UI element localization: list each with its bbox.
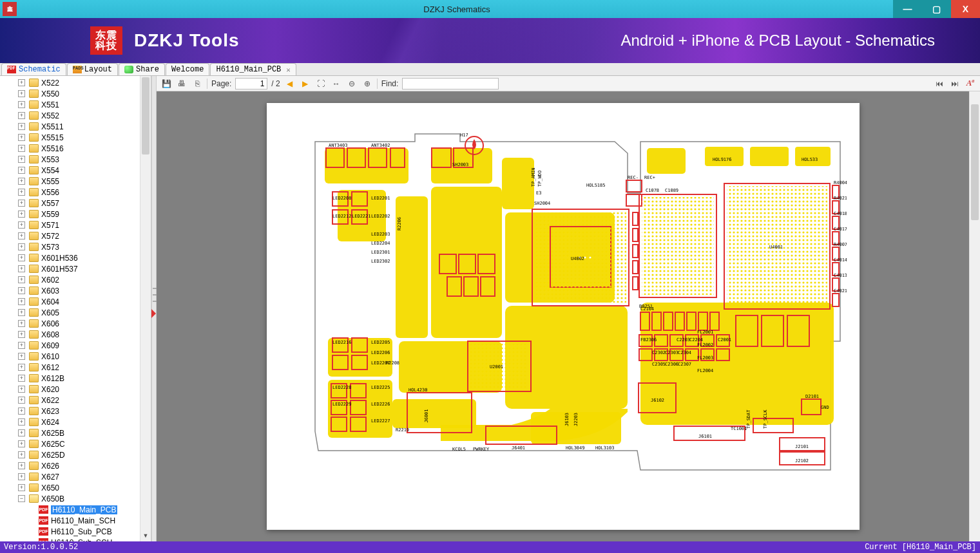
expand-icon[interactable] xyxy=(18,265,25,272)
close-button[interactable]: X xyxy=(951,0,980,18)
tree-folder[interactable]: X554 xyxy=(0,165,151,176)
fit-page-button[interactable]: ⛶ xyxy=(315,78,327,89)
pcb-layout[interactable]: H17 SH2003 SH2004 U4002 U2001 U4001 HOL5… xyxy=(280,122,847,496)
tree-folder[interactable]: X627 xyxy=(0,471,151,482)
tree-folder-open[interactable]: X650B xyxy=(0,493,151,504)
tree-folder[interactable]: X620 xyxy=(0,384,151,395)
tree-folder[interactable]: X522 xyxy=(0,77,151,88)
splitter[interactable] xyxy=(151,76,157,541)
tree-folder[interactable]: X5511 xyxy=(0,121,151,132)
expand-icon[interactable] xyxy=(18,112,25,119)
tree-folder[interactable]: X624 xyxy=(0,417,151,427)
font-size-button[interactable]: Aa xyxy=(965,78,976,89)
tree-file[interactable]: PDFH6110_Sub_SCH xyxy=(0,537,151,541)
expand-icon[interactable] xyxy=(18,440,25,447)
expand-icon[interactable] xyxy=(18,331,25,338)
tree-folder[interactable]: X623 xyxy=(0,406,151,417)
tree-file[interactable]: PDFH6110_Sub_PCB xyxy=(0,526,151,537)
tree-folder[interactable]: X572 xyxy=(0,230,151,241)
expand-icon[interactable] xyxy=(18,101,25,108)
tab-share[interactable]: Share xyxy=(119,63,165,75)
page-number-input[interactable] xyxy=(235,78,267,89)
expand-icon[interactable] xyxy=(18,473,25,480)
scrollbar-thumb[interactable] xyxy=(142,77,149,155)
expand-icon[interactable] xyxy=(18,156,25,163)
expand-icon[interactable] xyxy=(18,178,25,185)
tree-folder[interactable]: X559 xyxy=(0,209,151,220)
tree-folder[interactable]: X5515 xyxy=(0,132,151,143)
prev-page-button[interactable]: ◀ xyxy=(284,78,296,89)
tree-folder[interactable]: X604 xyxy=(0,296,151,307)
viewer-scrollbar-thumb[interactable] xyxy=(971,104,979,220)
expand-icon[interactable] xyxy=(18,189,25,196)
tree-folder[interactable]: X625D xyxy=(0,449,151,460)
fit-width-button[interactable]: ↔ xyxy=(331,78,342,89)
find-input[interactable] xyxy=(402,78,499,89)
maximize-button[interactable]: ▢ xyxy=(922,0,951,18)
expand-icon[interactable] xyxy=(18,484,25,491)
expand-icon[interactable] xyxy=(18,386,25,393)
zoom-in-button[interactable]: ⊕ xyxy=(361,78,373,89)
tree-folder[interactable]: X5516 xyxy=(0,143,151,154)
tree-folder[interactable]: X601H536 xyxy=(0,252,151,263)
expand-icon[interactable] xyxy=(18,451,25,458)
scroll-down-icon[interactable]: ▼ xyxy=(140,530,151,541)
tree-folder[interactable]: X608 xyxy=(0,329,151,340)
find-next-button[interactable]: ⏭ xyxy=(949,78,961,89)
expand-icon[interactable] xyxy=(18,211,25,218)
expand-icon[interactable] xyxy=(18,353,25,360)
tree-folder[interactable]: X626 xyxy=(0,460,151,471)
find-prev-button[interactable]: ⏮ xyxy=(934,78,945,89)
save-button[interactable]: 💾 xyxy=(160,78,172,89)
tab-welcome[interactable]: Welcome xyxy=(166,63,209,75)
expand-icon[interactable] xyxy=(18,320,25,327)
tree-folder[interactable]: X605 xyxy=(0,307,151,318)
tree-file[interactable]: PDFH6110_Main_PCB xyxy=(0,504,151,515)
tree-folder[interactable]: X650 xyxy=(0,482,151,493)
expand-icon[interactable] xyxy=(18,221,25,229)
tree-folder[interactable]: X557 xyxy=(0,198,151,209)
expand-icon[interactable] xyxy=(18,298,25,305)
tree-folder[interactable]: X553 xyxy=(0,154,151,165)
expand-icon[interactable] xyxy=(18,309,25,316)
print-button[interactable]: 🖶 xyxy=(176,78,187,89)
expand-icon[interactable] xyxy=(18,276,25,283)
tab-current-document[interactable]: H6110_Main_PCB ✕ xyxy=(210,63,296,75)
expand-icon[interactable] xyxy=(18,134,25,141)
tree-folder[interactable]: X625C xyxy=(0,438,151,449)
zoom-out-button[interactable]: ⊖ xyxy=(346,78,358,89)
tree-folder[interactable]: X602 xyxy=(0,274,151,285)
expand-icon[interactable] xyxy=(18,287,25,294)
tree-folder[interactable]: X601H537 xyxy=(0,263,151,274)
expand-icon[interactable] xyxy=(18,418,25,426)
canvas-area[interactable]: H17 SH2003 SH2004 U4002 U2001 U4001 HOL5… xyxy=(157,91,969,541)
tab-schematic[interactable]: PDF Schematic xyxy=(1,63,66,75)
next-page-button[interactable]: ▶ xyxy=(300,78,311,89)
tree-folder[interactable]: X573 xyxy=(0,241,151,252)
expand-icon[interactable] xyxy=(18,408,25,415)
expand-icon[interactable] xyxy=(18,90,25,97)
tree-folder[interactable]: X610 xyxy=(0,351,151,362)
expand-icon[interactable] xyxy=(18,167,25,174)
sidebar-scrollbar[interactable]: ▲ ▼ xyxy=(140,76,151,541)
expand-icon[interactable] xyxy=(18,462,25,469)
expand-icon[interactable] xyxy=(18,364,25,371)
expand-icon[interactable] xyxy=(18,254,25,261)
tree-file[interactable]: PDFH6110_Main_SCH xyxy=(0,515,151,526)
tree-folder[interactable]: X550 xyxy=(0,88,151,99)
expand-icon[interactable] xyxy=(18,232,25,239)
tree-folder[interactable]: X612B xyxy=(0,373,151,384)
tab-layout[interactable]: PADS Layout xyxy=(67,63,118,75)
collapse-icon[interactable] xyxy=(18,495,25,502)
tree-folder[interactable]: X625B xyxy=(0,427,151,438)
tree-folder[interactable]: X552 xyxy=(0,110,151,121)
tree-folder[interactable]: X555 xyxy=(0,176,151,187)
tree-folder[interactable]: X612 xyxy=(0,362,151,373)
copy-button[interactable]: ⎘ xyxy=(191,78,203,89)
expand-icon[interactable] xyxy=(18,375,25,382)
expand-icon[interactable] xyxy=(18,79,25,86)
tree-folder[interactable]: X556 xyxy=(0,187,151,198)
tree-folder[interactable]: X551 xyxy=(0,99,151,110)
close-tab-icon[interactable]: ✕ xyxy=(286,66,291,74)
expand-icon[interactable] xyxy=(18,429,25,436)
